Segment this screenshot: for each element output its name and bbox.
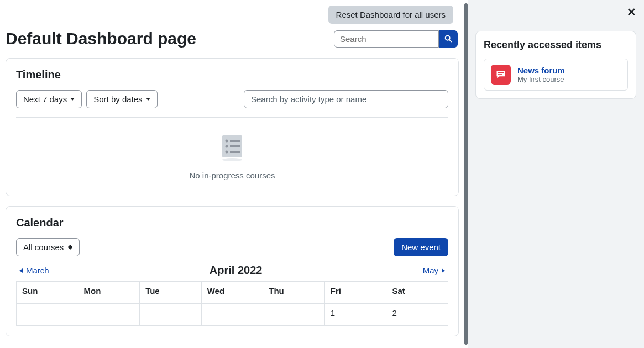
timeline-sort-dropdown[interactable]: Sort by dates (86, 90, 157, 108)
timeline-card: Timeline Next 7 days Sort by dates (6, 58, 459, 196)
calendar-current-month: April 2022 (210, 264, 263, 277)
calendar-day-header: Sat (386, 282, 448, 304)
svg-rect-8 (230, 151, 240, 153)
sort-icon (68, 245, 72, 250)
timeline-search-input[interactable] (244, 90, 448, 108)
recently-accessed-card: Recently accessed items News forum My fi… (475, 31, 636, 99)
item-title: News forum (517, 66, 565, 75)
svg-rect-6 (230, 145, 240, 147)
calendar-next-month[interactable]: May (423, 266, 445, 275)
arrow-right-icon (442, 268, 445, 273)
svg-point-3 (226, 140, 228, 143)
svg-point-5 (226, 145, 228, 148)
page-title: Default Dashboard page (6, 29, 196, 48)
drawer-close-button[interactable]: ✕ (627, 6, 636, 19)
svg-rect-10 (498, 72, 504, 73)
recently-accessed-heading: Recently accessed items (484, 39, 628, 51)
svg-line-1 (449, 40, 452, 42)
calendar-cell[interactable]: 1 (324, 304, 386, 326)
calendar-cell (17, 304, 78, 326)
calendar-cell (201, 304, 263, 326)
empty-list-icon (217, 132, 248, 163)
timeline-sort-label: Sort by dates (93, 94, 142, 104)
timeline-empty-text: No in-progress courses (16, 171, 448, 180)
svg-point-7 (226, 151, 228, 154)
timeline-range-dropdown[interactable]: Next 7 days (16, 90, 82, 108)
calendar-cell[interactable]: 2 (386, 304, 448, 326)
calendar-course-filter-label: All courses (23, 242, 64, 252)
svg-rect-11 (498, 74, 502, 75)
search-icon (444, 34, 453, 43)
calendar-heading: Calendar (16, 217, 448, 229)
timeline-heading: Timeline (16, 68, 448, 81)
item-subtitle: My first course (517, 75, 565, 83)
calendar-day-header: Tue (140, 282, 202, 304)
timeline-range-label: Next 7 days (23, 94, 67, 104)
divider (16, 117, 448, 118)
svg-point-9 (222, 158, 242, 161)
chevron-down-icon (146, 98, 150, 101)
calendar-prev-label: March (26, 266, 49, 275)
close-icon: ✕ (627, 6, 636, 18)
calendar-cell (78, 304, 140, 326)
calendar-day-header: Sun (17, 282, 78, 304)
drawer-right: ✕ Recently accessed items News forum My … (468, 0, 644, 348)
search-button[interactable] (439, 30, 458, 48)
calendar-day-header: Fri (324, 282, 386, 304)
calendar-day-header: Mon (78, 282, 140, 304)
calendar-day-header: Thu (263, 282, 325, 304)
new-event-button[interactable]: New event (394, 238, 448, 256)
calendar-next-label: May (423, 266, 438, 275)
recently-accessed-item[interactable]: News forum My first course (484, 59, 628, 91)
arrow-left-icon (19, 268, 23, 273)
calendar-cell (263, 304, 325, 326)
main-content: Reset Dashboard for all users Default Da… (0, 0, 464, 348)
calendar-course-filter[interactable]: All courses (16, 238, 80, 256)
search-group (334, 30, 458, 48)
timeline-empty-state: No in-progress courses (16, 126, 448, 186)
calendar-card: Calendar All courses New event March Apr… (6, 206, 459, 336)
svg-rect-4 (230, 140, 240, 142)
search-input[interactable] (334, 30, 439, 48)
reset-dashboard-button[interactable]: Reset Dashboard for all users (328, 6, 453, 24)
calendar-cell (140, 304, 202, 326)
calendar-day-header: Wed (201, 282, 263, 304)
chevron-down-icon (70, 98, 75, 101)
calendar-prev-month[interactable]: March (19, 266, 49, 275)
calendar-table: SunMonTueWedThuFriSat 12 (16, 281, 448, 326)
forum-icon (491, 65, 511, 85)
